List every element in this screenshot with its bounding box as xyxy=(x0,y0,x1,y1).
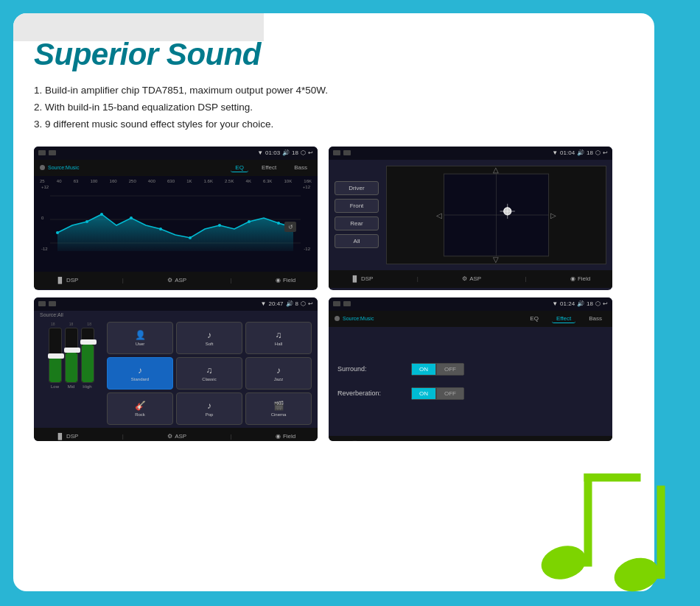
screen2-vol: 🔊 xyxy=(577,149,584,156)
sep2: | xyxy=(231,277,232,283)
sep1: | xyxy=(122,277,124,283)
reverb-on-btn[interactable]: ON xyxy=(411,387,436,400)
screen4-tab-bass[interactable]: Bass xyxy=(584,314,606,323)
svg-rect-28 xyxy=(657,486,665,579)
screen-eq: ▼ 01:03 🔊 18 ⬡ ↩ Source:Music EQ xyxy=(34,147,318,290)
screen4-status-right: ▼ 01:24 🔊 18 ⬡ ↩ xyxy=(552,300,608,307)
screen4-tab-effect[interactable]: Effect xyxy=(552,314,575,323)
effect-soft-icon: ♪ xyxy=(207,330,211,340)
screen1-signal: 18 xyxy=(292,149,298,156)
screen4-header: Source:Music EQ Effect Bass xyxy=(329,311,612,327)
screen2-dsp[interactable]: ▐▌ DSP xyxy=(351,275,374,282)
screen1-icon1 xyxy=(38,150,46,155)
effect-soft[interactable]: ♪ Soft xyxy=(176,322,242,354)
effect-rock[interactable]: 🎸 Rock xyxy=(107,392,173,425)
effect-rock-label: Rock xyxy=(135,412,145,417)
screen3-icon2 xyxy=(49,301,56,306)
screen3-field[interactable]: ◉ Field xyxy=(276,433,295,440)
bullet-1: 1. Build-in amplifier chip TDA7851, maxi… xyxy=(34,82,634,99)
effects-grid: 👤 User ♪ Soft ♫ Hall ♪ xyxy=(107,322,312,425)
fader-low-thumb[interactable] xyxy=(48,353,64,359)
field-icon3: ◉ xyxy=(276,433,281,440)
effect-standard[interactable]: ♪ Standard xyxy=(107,357,173,390)
asp-label2: ASP xyxy=(469,275,481,282)
screen1-back: ↩ xyxy=(308,149,313,156)
effect-classic[interactable]: ♫ Classic xyxy=(176,357,242,390)
fader-low: Low xyxy=(49,328,62,389)
eq-chart-wrapper: +12 0 -12 +12 -12 xyxy=(40,185,312,258)
effect-hall-label: Hall xyxy=(275,342,282,346)
reverb-off-btn[interactable]: OFF xyxy=(436,387,464,400)
screen1-asp[interactable]: ⚙ ASP xyxy=(167,277,186,283)
asp-all-btn[interactable]: All xyxy=(335,234,379,248)
svg-point-9 xyxy=(218,224,221,227)
screen3-wifi: ▼ xyxy=(261,300,267,307)
fader-mid-thumb[interactable] xyxy=(64,348,80,353)
screen4-statusbar: ▼ 01:24 🔊 18 ⬡ ↩ xyxy=(329,297,612,311)
svg-text:↺: ↺ xyxy=(288,224,293,230)
fader-low-label: Low xyxy=(51,384,59,389)
eq-db-plus12-right: +12 xyxy=(303,185,310,189)
screen1-header: Source:Music EQ Effect Bass xyxy=(34,160,318,176)
screen1-tabs[interactable]: EQ Effect Bass xyxy=(231,163,312,172)
screen1-tab-eq[interactable]: EQ xyxy=(231,163,248,172)
effect-pop[interactable]: ♪ Pop xyxy=(176,392,242,425)
svg-point-27 xyxy=(611,553,663,595)
screen2-asp[interactable]: ⚙ ASP xyxy=(462,275,481,282)
screen3-signal: 8 xyxy=(295,300,298,307)
surround-toggle[interactable]: ON OFF xyxy=(411,363,464,376)
fader-high-label: High xyxy=(83,384,91,389)
surround-label: Surround: xyxy=(337,365,404,373)
effect-standard-label: Standard xyxy=(131,377,149,381)
effect-jazz[interactable]: ♪ Jazz xyxy=(245,357,312,390)
effect-jazz-icon: ♪ xyxy=(276,365,281,376)
faders: Low Mid xyxy=(40,328,102,389)
effect-hall[interactable]: ♫ Hall xyxy=(245,322,312,354)
screen1-tab-effect[interactable]: Effect xyxy=(257,163,281,172)
screen3-status-right: ▼ 20:47 🔊 8 ⬡ ↩ xyxy=(261,300,313,307)
svg-rect-26 xyxy=(584,473,641,482)
asp-rear-btn[interactable]: Rear xyxy=(335,216,379,230)
asp-front-btn[interactable]: Front xyxy=(335,199,379,213)
fader-high-fill xyxy=(82,345,94,382)
eq-svg: ↺ xyxy=(50,185,301,255)
screen1-tab-bass[interactable]: Bass xyxy=(290,163,312,172)
screen3-dsp[interactable]: ▐▌ DSP xyxy=(56,433,79,440)
field-icon2: ◉ xyxy=(570,275,575,282)
fader-low-track xyxy=(49,328,62,383)
effect-pop-label: Pop xyxy=(206,412,214,417)
fader-high-thumb[interactable] xyxy=(80,339,97,345)
screen2-field[interactable]: ◉ Field xyxy=(570,275,590,282)
music-note-decoration xyxy=(508,433,700,595)
screen3-asp[interactable]: ⚙ ASP xyxy=(167,433,186,440)
asp-label3: ASP xyxy=(175,433,186,440)
asp-driver-btn[interactable]: Driver xyxy=(335,181,379,195)
screen4-tab-eq[interactable]: EQ xyxy=(525,314,543,323)
screen4-tabs[interactable]: EQ Effect Bass xyxy=(525,314,606,323)
fader-mid: Mid xyxy=(65,328,78,389)
asp-label: ASP xyxy=(175,277,186,283)
effect-cinema[interactable]: 🎬 Cinema xyxy=(245,392,312,425)
screen-asp: ▼ 01:04 🔊 18 ⬡ ↩ Driver Front Rear All xyxy=(329,147,612,290)
screen1-status-right: ▼ 01:03 🔊 18 ⬡ ↩ xyxy=(257,149,313,156)
effect-classic-label: Classic xyxy=(202,377,216,381)
svg-text:▷: ▷ xyxy=(550,211,556,219)
svg-point-11 xyxy=(277,222,280,225)
screen1-dsp[interactable]: ▐▌ DSP xyxy=(56,277,79,283)
screen2-wifi: ▼ xyxy=(552,149,558,156)
bullet-3: 3. 9 different music sound effect styles… xyxy=(34,116,634,133)
svg-point-8 xyxy=(189,236,192,239)
screen3-time: 20:47 xyxy=(269,300,284,307)
svg-point-10 xyxy=(248,220,251,223)
screen2-bt: ⬡ xyxy=(595,149,601,156)
screen4-icon2 xyxy=(343,301,351,306)
eq-db-plus12: +12 xyxy=(41,185,49,189)
surround-off-btn[interactable]: OFF xyxy=(436,363,464,376)
surround-on-btn[interactable]: ON xyxy=(411,363,436,376)
asp-icon3: ⚙ xyxy=(167,433,172,440)
reverb-toggle[interactable]: ON OFF xyxy=(411,387,464,400)
crosshair-svg: △ ▽ ◁ ▷ xyxy=(387,166,606,264)
screen1-field[interactable]: ◉ Field xyxy=(276,277,295,283)
screen3-bt: ⬡ xyxy=(301,300,306,307)
effect-user[interactable]: 👤 User xyxy=(107,322,173,354)
